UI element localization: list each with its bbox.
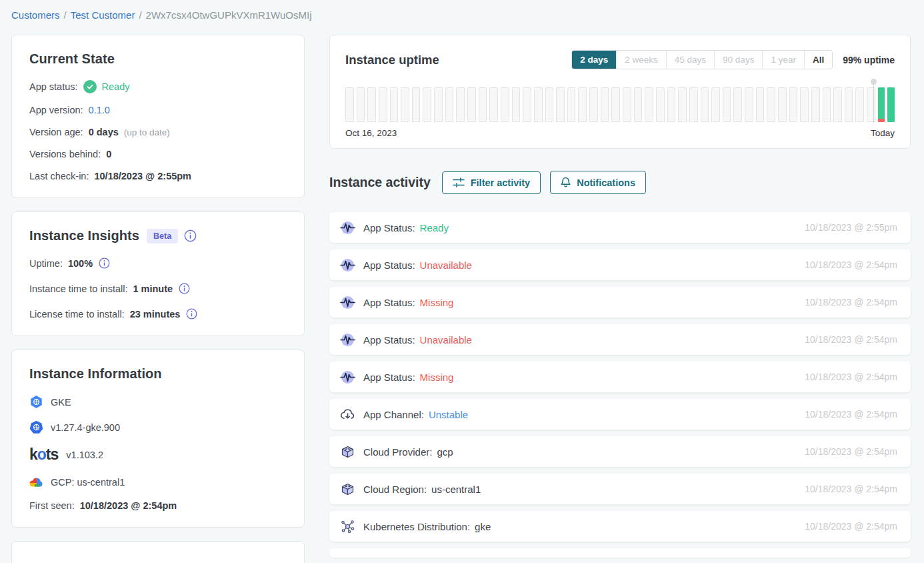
pulse-icon: [340, 370, 355, 385]
pulse-icon: [340, 332, 355, 348]
instance-information-card: Instance Information GKE v1.27.4-gke.900…: [11, 350, 305, 528]
gcp-icon: [29, 475, 43, 489]
range-all[interactable]: All: [804, 51, 832, 69]
uptime-bar: [800, 87, 809, 122]
partial-card: [11, 541, 305, 563]
version-age-label: Version age:: [29, 127, 83, 137]
app-status-row: App status: Ready: [29, 80, 287, 93]
info-icon[interactable]: [184, 229, 197, 242]
instance-activity-title: Instance activity: [329, 175, 431, 190]
range-1-year[interactable]: 1 year: [762, 51, 804, 69]
uptime-bar: [756, 87, 765, 122]
activity-row-partial: [329, 548, 911, 558]
uptime-bar: [711, 87, 720, 122]
app-version-link[interactable]: 0.1.0: [89, 105, 110, 115]
left-column: Current State App status: Ready App vers…: [11, 35, 305, 563]
uptime-bar: [745, 87, 753, 122]
versions-behind-label: Versions behind:: [29, 149, 101, 159]
uptime-bar: [601, 87, 609, 122]
distribution-row: GKE: [29, 395, 287, 409]
uptime-bar: [811, 87, 820, 122]
cloud-download-icon: [340, 407, 355, 422]
activity-row-label: Cloud Provider:: [363, 446, 432, 458]
version-age-note: (up to date): [124, 127, 170, 137]
activity-row-timestamp: 10/18/2023 @ 2:54pm: [805, 521, 897, 532]
activity-row-label: Cloud Region:: [363, 484, 427, 495]
activity-row-value: us-central1: [431, 484, 481, 495]
uptime-bars: [345, 87, 895, 122]
k8s-version-value: v1.27.4-gke.900: [51, 422, 120, 433]
instance-tti-value: 1 minute: [133, 284, 173, 294]
pulse-icon: [340, 220, 355, 235]
pulse-icon: [340, 295, 355, 310]
first-seen-label: First seen:: [29, 500, 75, 511]
activity-row-timestamp: 10/18/2023 @ 2:55pm: [805, 222, 897, 233]
uptime-chart[interactable]: Oct 16, 2023 Today: [345, 87, 895, 138]
uptime-bar: [534, 87, 543, 122]
uptime-value: 100%: [68, 258, 93, 269]
activity-header: Instance activity Filter activity Notifi…: [329, 171, 911, 194]
range-2-weeks[interactable]: 2 weeks: [616, 51, 666, 69]
notifications-button[interactable]: Notifications: [550, 171, 646, 194]
uptime-bar: [479, 87, 487, 122]
cloud-row: GCP: us-central1: [29, 475, 287, 489]
activity-row: App Channel: Unstable 10/18/2023 @ 2:54p…: [329, 399, 911, 430]
uptime-bar: [833, 87, 842, 122]
instance-uptime-card: Instance uptime 2 days 2 weeks 45 days 9…: [329, 35, 911, 149]
uptime-bar: [512, 87, 521, 122]
filter-activity-button[interactable]: Filter activity: [442, 171, 541, 194]
uptime-bar: [887, 87, 895, 122]
activity-row: App Status: Unavailable 10/18/2023 @ 2:5…: [329, 324, 911, 355]
uptime-bar: [545, 87, 554, 122]
uptime-bar: [778, 87, 787, 122]
info-icon[interactable]: [186, 308, 197, 320]
instance-insights-title: Instance Insights: [29, 228, 139, 243]
instance-tti-label: Instance time to install:: [29, 284, 128, 294]
app-status-value: Ready: [102, 81, 130, 92]
uptime-bar: [667, 87, 676, 122]
kots-version-row: kots v1.103.2: [29, 446, 287, 464]
uptime-bar: [456, 87, 465, 122]
chart-end-label: Today: [871, 128, 895, 138]
range-2-days[interactable]: 2 days: [572, 51, 616, 69]
activity-row-label: App Status:: [363, 372, 415, 383]
kots-logo: kots: [29, 446, 58, 464]
scrubber-handle[interactable]: [871, 79, 877, 85]
bell-icon: [561, 177, 571, 188]
versions-behind-value: 0: [106, 149, 111, 159]
version-age-value: 0 days: [89, 127, 119, 137]
k8s-version-row: v1.27.4-gke.900: [29, 420, 287, 434]
first-seen-value: 10/18/2023 @ 2:54pm: [80, 500, 177, 511]
first-seen-row: First seen: 10/18/2023 @ 2:54pm: [29, 500, 287, 511]
activity-row-label: App Status:: [363, 297, 415, 308]
app-version-label: App version:: [29, 105, 83, 115]
right-column: Instance uptime 2 days 2 weeks 45 days 9…: [329, 35, 911, 563]
range-90-days[interactable]: 90 days: [714, 51, 762, 69]
chart-start-label: Oct 16, 2023: [345, 128, 397, 138]
kots-version-value: v1.103.2: [66, 450, 103, 460]
activity-row-label: Kubernetes Distribution:: [363, 521, 470, 532]
uptime-bar: [523, 87, 531, 122]
uptime-bar: [412, 87, 421, 122]
uptime-bar: [733, 87, 742, 122]
uptime-bar: [645, 87, 653, 122]
uptime-bar: [623, 87, 631, 122]
pulse-icon: [340, 257, 355, 273]
breadcrumb-customer-link[interactable]: Test Customer: [71, 9, 135, 21]
info-icon[interactable]: [179, 283, 190, 294]
info-icon[interactable]: [99, 257, 110, 269]
uptime-bar: [489, 87, 498, 122]
range-45-days[interactable]: 45 days: [666, 51, 714, 69]
uptime-bar: [611, 87, 620, 122]
breadcrumb-customers-link[interactable]: Customers: [11, 9, 60, 21]
current-state-title: Current State: [29, 51, 287, 67]
activity-row-label: App Status:: [363, 334, 415, 346]
activity-row-value: Unavailable: [420, 259, 472, 271]
uptime-label: Uptime:: [29, 258, 63, 269]
last-checkin-row: Last check-in: 10/18/2023 @ 2:55pm: [29, 171, 287, 181]
page: Customers/Test Customer/2Wx7csx4OtwGUPkV…: [0, 0, 924, 563]
license-tti-value: 23 minutes: [130, 309, 181, 320]
activity-row-value: gke: [475, 521, 491, 532]
activity-row-value: Missing: [420, 297, 454, 308]
activity-row-value[interactable]: Unstable: [429, 409, 468, 420]
